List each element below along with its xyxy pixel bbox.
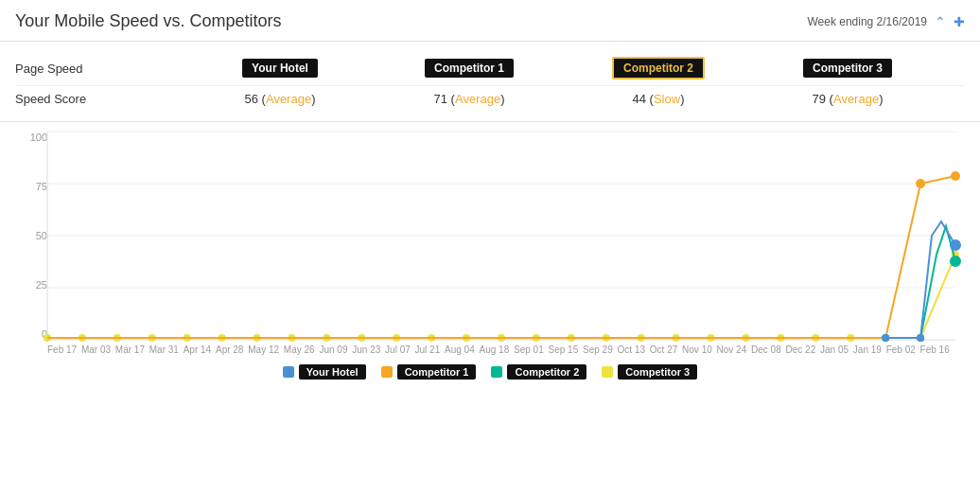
- comp1-score-value: 71: [434, 92, 447, 106]
- comp3-score-value: 79: [813, 92, 826, 106]
- x-axis: Feb 17 Mar 03 Mar 17 Mar 31 Apr 14 Apr 2…: [0, 344, 965, 355]
- x-label: Jan 05: [820, 344, 849, 355]
- chart-svg-container: [47, 132, 955, 343]
- comp1-legend-label: Competitor 1: [397, 364, 477, 380]
- table-header-row: Page Speed Your Hotel Competitor 1 Compe…: [15, 51, 965, 86]
- svg-point-33: [916, 179, 925, 188]
- y-label-25: 25: [15, 279, 47, 291]
- header-controls: Week ending 2/16/2019 ⌃ ✚: [807, 14, 965, 29]
- legend-comp3: Competitor 3: [602, 364, 697, 380]
- x-label: Nov 24: [717, 344, 747, 355]
- legend-comp2: Competitor 2: [491, 364, 586, 380]
- x-label: Jul 21: [415, 344, 441, 355]
- hotel-score-rating: Average: [266, 92, 311, 106]
- legend-hotel: Your Hotel: [283, 364, 366, 380]
- x-label: Oct 27: [650, 344, 677, 355]
- svg-point-40: [950, 239, 961, 251]
- x-label: Jun 23: [352, 344, 380, 355]
- comp2-badge: Competitor 2: [612, 57, 705, 80]
- comp3-score-rating: Average: [833, 92, 879, 106]
- comp1-score-cell: 71 (Average): [375, 92, 564, 106]
- comp1-badge: Competitor 1: [425, 59, 514, 78]
- x-label: Mar 31: [149, 344, 179, 355]
- x-label: Feb 16: [920, 344, 950, 355]
- svg-point-37: [950, 256, 961, 267]
- speed-score-row: Speed Score 56 (Average) 71 (Average) 44…: [15, 86, 965, 112]
- x-label: Feb 02: [886, 344, 916, 355]
- speed-table: Page Speed Your Hotel Competitor 1 Compe…: [0, 42, 980, 122]
- x-label: Apr 14: [184, 344, 211, 355]
- chart-legend: Your Hotel Competitor 1 Competitor 2 Com…: [0, 355, 980, 393]
- hotel-score-cell: 56 (Average): [185, 92, 375, 106]
- y-axis: 100 75 50 25 0: [15, 132, 47, 340]
- comp1-line: [47, 171, 960, 338]
- page-title: Your Mobile Speed vs. Competitors: [15, 11, 281, 31]
- y-label-75: 75: [15, 181, 47, 192]
- comp3-score-cell: 79 (Average): [753, 92, 942, 106]
- comp3-legend-dot: [602, 366, 613, 378]
- comp2-score-value: 44: [633, 92, 646, 106]
- x-label: Dec 08: [751, 344, 781, 355]
- x-label: Nov 10: [682, 344, 712, 355]
- x-label: Mar 03: [81, 344, 111, 355]
- x-label: Dec 22: [786, 344, 816, 355]
- comp2-legend-dot: [491, 366, 502, 378]
- x-label: Jun 09: [319, 344, 347, 355]
- x-label: Oct 13: [618, 344, 645, 355]
- x-label: Mar 17: [115, 344, 145, 355]
- comp3-badge: Competitor 3: [803, 59, 892, 78]
- y-label-0: 0: [15, 328, 47, 340]
- x-label: Sep 01: [514, 344, 544, 355]
- x-label: Feb 17: [47, 344, 77, 355]
- hotel-legend-label: Your Hotel: [299, 364, 366, 380]
- comp2-legend-label: Competitor 2: [507, 364, 586, 380]
- chart-svg: [47, 132, 955, 340]
- col-comp3-header: Competitor 3: [753, 59, 942, 78]
- col-comp2-header: Competitor 2: [564, 57, 753, 80]
- x-label: Jan 19: [853, 344, 882, 355]
- x-label: Jul 07: [385, 344, 411, 355]
- svg-point-34: [951, 171, 960, 181]
- collapse-icon[interactable]: ⌃: [935, 14, 946, 29]
- hotel-badge: Your Hotel: [242, 59, 318, 78]
- page-header: Your Mobile Speed vs. Competitors Week e…: [0, 0, 980, 42]
- hotel-legend-dot: [283, 366, 294, 378]
- col-label-header: Page Speed: [15, 62, 185, 76]
- legend-comp1: Competitor 1: [381, 364, 477, 380]
- x-label: May 12: [248, 344, 279, 355]
- col-comp1-header: Competitor 1: [375, 59, 564, 78]
- week-label: Week ending 2/16/2019: [807, 15, 927, 28]
- y-label-50: 50: [15, 230, 47, 241]
- x-label: Aug 18: [480, 344, 510, 355]
- chart-wrapper: 100 75 50 25 0: [0, 122, 980, 355]
- x-label: Aug 04: [445, 344, 475, 355]
- comp1-legend-dot: [381, 366, 393, 378]
- comp2-score-cell: 44 (Slow): [564, 92, 753, 106]
- comp1-score-rating: Average: [455, 92, 500, 106]
- add-icon[interactable]: ✚: [954, 14, 965, 29]
- comp3-legend-label: Competitor 3: [618, 364, 697, 380]
- y-label-100: 100: [15, 132, 47, 143]
- comp2-score-rating: Slow: [654, 92, 680, 106]
- x-label: Sep 29: [583, 344, 613, 355]
- x-label: Apr 28: [216, 344, 243, 355]
- x-label: Sep 15: [549, 344, 579, 355]
- col-hotel-header: Your Hotel: [185, 59, 375, 78]
- svg-point-38: [882, 334, 889, 342]
- x-label: May 26: [284, 344, 315, 355]
- hotel-score-value: 56: [245, 92, 258, 106]
- comp3-line: [44, 251, 959, 342]
- speed-score-label: Speed Score: [15, 92, 185, 106]
- svg-point-39: [917, 334, 924, 342]
